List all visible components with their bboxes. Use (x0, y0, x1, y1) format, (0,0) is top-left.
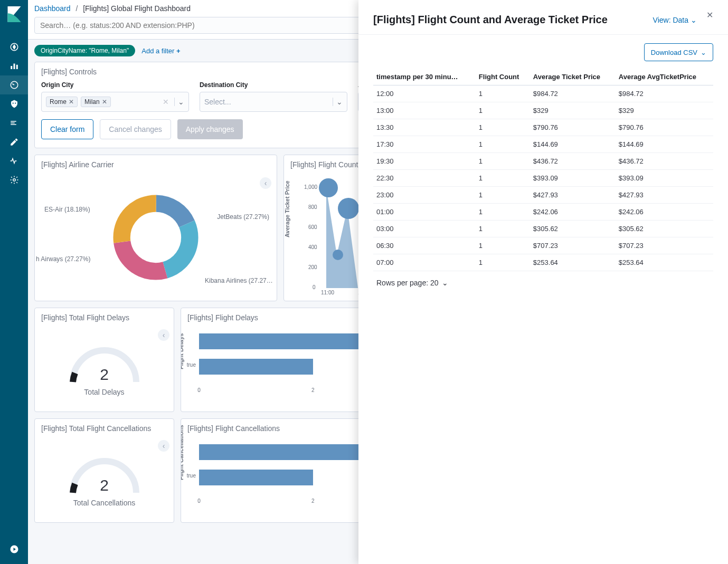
table-row: 06:301$707.23$707.23 (373, 237, 713, 254)
svg-text:200: 200 (308, 264, 317, 270)
table-cell: 06:30 (373, 237, 476, 254)
table-cell: $329 (530, 102, 616, 119)
chevron-down-icon: ⌄ (701, 49, 706, 56)
table-cell: 17:30 (373, 136, 476, 153)
table-cell: $144.69 (616, 136, 713, 153)
table-cell: 1 (476, 187, 530, 204)
table-cell: 03:00 (373, 221, 476, 237)
chevron-down-icon[interactable]: ⌄ (174, 98, 184, 106)
table-cell: 13:30 (373, 119, 476, 136)
airline-donut-chart (111, 193, 201, 282)
donut-label-esair: ES-Air (18.18%) (44, 206, 90, 213)
devtools-icon[interactable] (0, 132, 28, 151)
table-cell: $427.93 (530, 187, 616, 204)
table-cell: $427.93 (616, 187, 713, 204)
origin-city-label: Origin City (41, 81, 189, 89)
dest-city-combo[interactable]: Select... ⌄ (200, 92, 347, 112)
table-cell: 1 (476, 136, 530, 153)
svg-rect-3 (13, 64, 15, 70)
table-cell: $790.76 (616, 119, 713, 136)
table-row: 22:301$393.09$393.09 (373, 170, 713, 187)
remove-token-icon[interactable]: ✕ (102, 98, 107, 106)
panel-collapse-icon[interactable]: ‹ (158, 440, 169, 452)
clear-combo-icon[interactable]: ✕ (163, 98, 171, 106)
col-timestamp[interactable]: timestamp per 30 minu… (373, 69, 476, 85)
timelion-icon[interactable] (0, 113, 28, 132)
table-cell: $707.23 (616, 237, 713, 254)
table-row: 01:001$242.06$242.06 (373, 204, 713, 221)
table-cell: 23:00 (373, 187, 476, 204)
table-cell: $242.06 (616, 204, 713, 221)
table-cell: $253.64 (616, 254, 713, 271)
total-delays-title: [Flights] Total Flight Delays (35, 308, 174, 327)
table-cell: 13:00 (373, 102, 476, 119)
svg-text:1,000: 1,000 (304, 184, 317, 190)
security-icon[interactable] (0, 94, 28, 113)
download-csv-button[interactable]: Download CSV⌄ (644, 43, 713, 61)
chevron-down-icon[interactable]: ⌄ (333, 98, 343, 106)
col-flight-count[interactable]: Flight Count (476, 69, 530, 85)
donut-label-hairways: h Airways (27.27%) (36, 255, 90, 263)
table-cell: 1 (476, 153, 530, 170)
data-table: timestamp per 30 minu… Flight Count Aver… (373, 69, 713, 271)
col-avg-price[interactable]: Average Ticket Price (530, 69, 616, 85)
filter-pill[interactable]: OriginCityName: "Rome, Milan" (34, 45, 135, 56)
dest-city-label: Destination City (200, 81, 347, 89)
table-cell: $393.09 (530, 170, 616, 187)
chevron-down-icon: ⌄ (691, 16, 697, 24)
flyout-title: [Flights] Flight Count and Average Ticke… (373, 14, 608, 26)
apply-changes-button[interactable]: Apply changes (177, 119, 243, 139)
bar-true (199, 470, 313, 485)
svg-rect-4 (16, 65, 17, 69)
visualize-icon[interactable] (0, 56, 28, 75)
add-filter-button[interactable]: Add a filter (141, 47, 180, 55)
delays-y-axis-label: Flight Delays (181, 333, 184, 369)
svg-text:0: 0 (313, 284, 316, 290)
table-row: 13:301$790.76$790.76 (373, 119, 713, 136)
breadcrumb-root[interactable]: Dashboard (34, 4, 71, 13)
cancel-subtitle: Total Cancellations (73, 499, 136, 507)
table-cell: $393.09 (616, 170, 713, 187)
table-row: 17:301$144.69$144.69 (373, 136, 713, 153)
remove-token-icon[interactable]: ✕ (69, 98, 74, 106)
view-selector[interactable]: View: Data⌄ (653, 16, 697, 24)
kibana-logo-icon[interactable] (0, 0, 28, 28)
bar-true-label: true (187, 362, 199, 368)
dashboard-icon[interactable] (0, 75, 28, 94)
table-cell: 1 (476, 85, 530, 102)
table-cell: $707.23 (530, 237, 616, 254)
table-row: 19:301$436.72$436.72 (373, 153, 713, 170)
table-cell: $253.64 (530, 254, 616, 271)
management-icon[interactable] (0, 170, 28, 189)
table-cell: 12:00 (373, 85, 476, 102)
panel-collapse-icon[interactable]: ‹ (158, 329, 169, 341)
clear-form-button[interactable]: Clear form (41, 119, 93, 139)
svg-marker-1 (13, 45, 15, 49)
close-icon[interactable]: ✕ (706, 10, 713, 20)
table-cell: 1 (476, 237, 530, 254)
table-cell: $984.72 (616, 85, 713, 102)
chevron-down-icon: ⌄ (442, 279, 448, 287)
svg-text:800: 800 (308, 204, 317, 210)
origin-token-milan[interactable]: Milan✕ (81, 97, 111, 107)
monitoring-icon[interactable] (0, 151, 28, 170)
airline-panel-title: [Flights] Airline Carrier (35, 155, 277, 174)
donut-label-kibana: Kibana Airlines (27.27%) (205, 277, 273, 286)
origin-token-rome[interactable]: Rome✕ (46, 97, 78, 107)
discover-icon[interactable] (0, 37, 28, 56)
rows-per-page-selector[interactable]: Rows per page: 20⌄ (373, 271, 451, 294)
app-sidebar (0, 0, 28, 564)
col-avg-avg-price[interactable]: Average AvgTicketPrice (616, 69, 713, 85)
x-tick: 2 (311, 387, 315, 393)
table-row: 12:001$984.72$984.72 (373, 85, 713, 102)
delays-value: 2 (100, 366, 109, 384)
breadcrumb-current: [Flights] Global Flight Dashboard (83, 4, 191, 13)
bubble-y-axis-label: Average Ticket Price (284, 180, 290, 237)
svg-text:400: 400 (308, 244, 317, 250)
collapse-sidebar-icon[interactable] (0, 540, 28, 559)
table-cell: 07:00 (373, 254, 476, 271)
svg-text:11:00: 11:00 (321, 290, 334, 294)
origin-city-combo[interactable]: Rome✕ Milan✕ ✕ ⌄ (41, 92, 189, 112)
table-cell: $144.69 (530, 136, 616, 153)
cancel-changes-button: Cancel changes (100, 119, 171, 139)
